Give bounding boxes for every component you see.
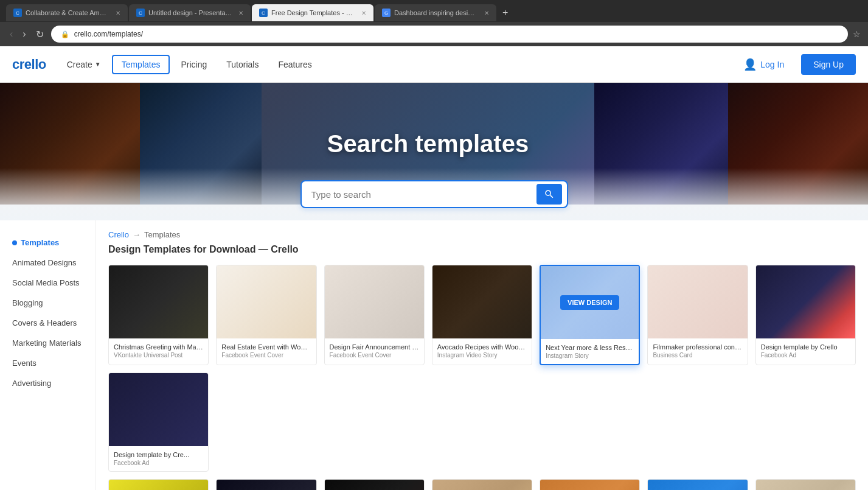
nav-create[interactable]: Create ▼ — [58, 56, 109, 73]
sidebar-item-advertising[interactable]: Advertising — [0, 373, 95, 393]
search-button[interactable] — [536, 184, 562, 205]
tab-4[interactable]: G Dashboard inspiring designs - G... ✕ — [375, 4, 496, 21]
template-info-t7: Design template by CrelloFacebook Ad — [756, 338, 855, 363]
template-type-t8: Facebook Ad — [114, 460, 203, 466]
template-card-t8[interactable]: Design template by Cre...Facebook Ad — [108, 373, 209, 472]
template-type-t4: Instagram Video Story — [437, 352, 527, 359]
template-card-t11[interactable]: Think outside the box citationTwitter He… — [324, 479, 425, 490]
nav-templates[interactable]: Templates — [112, 55, 170, 74]
template-thumb-t1 — [109, 265, 208, 338]
tab-2[interactable]: C Untitled design - Presentation (1... ✕ — [129, 4, 251, 21]
sidebar-item-covers[interactable]: Covers & Headers — [0, 313, 95, 333]
template-type-t7: Facebook Ad — [761, 352, 850, 359]
template-card-t12[interactable]: Citation about Elegance being...Email He… — [432, 479, 532, 490]
back-button[interactable]: ‹ — [7, 27, 15, 41]
template-thumb-t11 — [325, 480, 424, 490]
login-button[interactable]: 👤 Log In — [734, 53, 794, 76]
search-icon — [544, 189, 555, 200]
template-card-t1[interactable]: Christmas Greeting with Man...VKontakte … — [108, 265, 209, 365]
template-thumb-t15 — [756, 480, 855, 490]
template-grid-row1: Christmas Greeting with Man...VKontakte … — [108, 265, 856, 472]
template-thumb-t3 — [325, 265, 424, 338]
template-thumb-t6 — [648, 265, 747, 338]
nav-features[interactable]: Features — [269, 56, 320, 73]
sidebar-active-dot — [12, 240, 17, 245]
template-name-t3: Design Fair Announcement wit... — [330, 343, 419, 351]
template-grid-row2: Decor Offer with Woman trans...Facebook … — [108, 479, 856, 490]
tab-3-favicon: C — [259, 9, 268, 17]
url-bar[interactable]: 🔒 crello.com/templates/ — [51, 26, 848, 43]
address-bar: ‹ › ↻ 🔒 crello.com/templates/ ☆ — [0, 22, 868, 46]
tab-3-close[interactable]: ✕ — [361, 10, 366, 16]
template-thumb-t2 — [217, 265, 316, 338]
template-type-t3: Facebook Event Cover — [330, 352, 419, 359]
signup-button[interactable]: Sign Up — [801, 54, 856, 75]
view-design-overlay[interactable]: VIEW DESIGN — [541, 266, 639, 339]
template-card-t15[interactable]: Sewing day event with needle...Postcard — [755, 479, 856, 490]
template-type-t6: Business Card — [653, 352, 742, 359]
template-card-t6[interactable]: Filmmaker professional contac...Business… — [647, 265, 748, 365]
bookmark-button[interactable]: ☆ — [853, 29, 861, 39]
template-thumb-t8 — [109, 373, 208, 446]
tab-3[interactable]: C Free Design Templates - 25 000+... ✕ — [252, 4, 373, 21]
tab-2-label: Untitled design - Presentation (1... — [148, 9, 232, 16]
tab-4-close[interactable]: ✕ — [484, 10, 489, 16]
sidebar-item-events[interactable]: Events — [0, 353, 95, 373]
site-logo[interactable]: crello — [12, 57, 46, 72]
tab-1-label: Collaborate & Create Amazing C... — [26, 9, 109, 16]
tab-1-favicon: C — [13, 9, 22, 17]
breadcrumb-current: Templates — [144, 230, 180, 239]
header-right: 👤 Log In Sign Up — [734, 53, 856, 76]
main-content: Templates Animated Designs Social Media … — [0, 220, 868, 490]
view-design-button[interactable]: VIEW DESIGN — [560, 295, 619, 310]
template-card-t2[interactable]: Real Estate Event with Woma...Facebook E… — [216, 265, 316, 365]
content-area: Crello → Templates Design Templates for … — [96, 220, 868, 490]
template-name-t8: Design template by Cre... — [114, 451, 203, 458]
template-info-t8: Design template by Cre...Facebook Ad — [109, 446, 208, 471]
sidebar-item-social[interactable]: Social Media Posts — [0, 273, 95, 293]
sidebar-item-animated[interactable]: Animated Designs — [0, 253, 95, 273]
forward-button[interactable]: › — [20, 27, 28, 41]
template-thumb-t5: VIEW DESIGN — [541, 266, 639, 339]
template-card-t7[interactable]: Design template by CrelloFacebook Ad — [755, 265, 856, 365]
search-input[interactable] — [307, 186, 536, 203]
template-info-t5: Next Year more & less Resoluti...Instagr… — [541, 339, 639, 364]
template-thumb-t10 — [217, 480, 316, 490]
template-card-t14[interactable]: Online services Ad with Smilin...Twitter… — [647, 479, 748, 490]
url-text: crello.com/templates/ — [74, 30, 143, 38]
template-name-t4: Avocado Recipes with Woode... — [437, 343, 527, 351]
template-card-t10[interactable]: Design template by CrelloFacebook Ad — [216, 479, 316, 490]
template-info-t2: Real Estate Event with Woma...Facebook E… — [217, 338, 316, 363]
create-dropdown-icon: ▼ — [95, 61, 101, 68]
sidebar-item-blogging[interactable]: Blogging — [0, 293, 95, 313]
reload-button[interactable]: ↻ — [33, 27, 46, 41]
template-name-t7: Design template by Crello — [761, 343, 850, 351]
template-info-t1: Christmas Greeting with Man...VKontakte … — [109, 338, 208, 363]
search-section — [0, 168, 868, 220]
template-card-t13[interactable]: Natural Beauty Products AdInstagram Post — [540, 479, 640, 490]
template-name-t5: Next Year more & less Resoluti... — [546, 344, 634, 351]
tab-2-close[interactable]: ✕ — [238, 10, 243, 16]
tab-bar: C Collaborate & Create Amazing C... ✕ C … — [0, 0, 868, 22]
template-card-t3[interactable]: Design Fair Announcement wit...Facebook … — [324, 265, 425, 365]
template-card-t9[interactable]: Decor Offer with Woman trans...Facebook … — [108, 479, 209, 490]
template-info-t6: Filmmaker professional contac...Business… — [648, 338, 747, 363]
breadcrumb-separator: → — [133, 230, 141, 239]
tab-2-favicon: C — [136, 9, 145, 17]
breadcrumb-home[interactable]: Crello — [108, 230, 129, 239]
nav-pricing[interactable]: Pricing — [172, 56, 215, 73]
tab-1-close[interactable]: ✕ — [116, 10, 120, 16]
template-type-t5: Instagram Story — [546, 352, 634, 359]
template-card-t5[interactable]: VIEW DESIGNNext Year more & less Resolut… — [540, 265, 640, 365]
sidebar-item-marketing[interactable]: Marketing Materials — [0, 333, 95, 353]
new-tab-button[interactable]: + — [498, 7, 513, 18]
template-card-t4[interactable]: Avocado Recipes with Woode...Instagram V… — [432, 265, 532, 365]
sidebar-item-templates[interactable]: Templates — [0, 233, 95, 253]
tab-1[interactable]: C Collaborate & Create Amazing C... ✕ — [6, 4, 128, 21]
nav-tutorials[interactable]: Tutorials — [218, 56, 267, 73]
template-thumb-t4 — [432, 265, 532, 338]
sidebar: Templates Animated Designs Social Media … — [0, 220, 96, 490]
template-name-t1: Christmas Greeting with Man... — [114, 343, 203, 351]
template-thumb-t12 — [432, 480, 532, 490]
template-info-t4: Avocado Recipes with Woode...Instagram V… — [432, 338, 532, 363]
